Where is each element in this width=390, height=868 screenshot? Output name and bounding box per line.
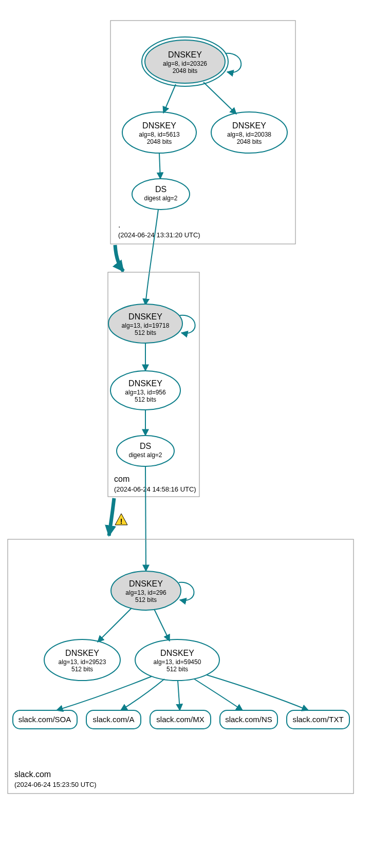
root-ksk-line3: 2048 bits xyxy=(173,67,198,74)
com-ksk-line2: alg=13, id=19718 xyxy=(122,322,170,329)
node-com-ksk: DNSKEY alg=13, id=19718 512 bits xyxy=(108,304,182,343)
svg-text:!: ! xyxy=(120,517,123,525)
edge-deleg-root-com xyxy=(115,245,123,271)
root-ds-title: DS xyxy=(155,185,166,194)
zone-com-name: com xyxy=(114,475,129,483)
zone-com-timestamp: (2024-06-24 14:58:16 UTC) xyxy=(114,485,196,493)
slack-ksk-title: DNSKEY xyxy=(129,579,163,588)
com-ds-title: DS xyxy=(140,442,151,450)
edge-com-ds-slack-ksk xyxy=(145,466,146,571)
svg-point-7 xyxy=(117,436,174,466)
root-extra-line2: alg=8, id=20038 xyxy=(227,131,271,138)
slack-ksk-line2: alg=13, id=296 xyxy=(125,589,166,596)
com-zsk-line3: 512 bits xyxy=(135,396,156,403)
node-rr-ns: slack.com/NS xyxy=(220,710,277,729)
root-extra-line3: 2048 bits xyxy=(237,138,262,145)
zone-root-timestamp: (2024-06-24 13:31:20 UTC) xyxy=(118,231,200,239)
node-slack-zsk: DNSKEY alg=13, id=59450 512 bits xyxy=(135,639,219,681)
edge-zsk-mx xyxy=(178,681,180,710)
svg-point-4 xyxy=(132,179,190,210)
zone-slack-timestamp: (2024-06-24 15:23:50 UTC) xyxy=(14,781,97,788)
node-root-ksk: DNSKEY alg=8, id=20326 2048 bits xyxy=(142,37,228,86)
slack-zsk-line3: 512 bits xyxy=(166,666,188,673)
edge-root-zsk-ds xyxy=(159,153,160,179)
zone-slack-name: slack.com xyxy=(14,770,51,779)
node-slack-extra: DNSKEY alg=13, id=29523 512 bits xyxy=(44,639,120,681)
warning-icon: ! xyxy=(115,514,127,525)
node-root-extra: DNSKEY alg=8, id=20038 2048 bits xyxy=(211,112,287,153)
slack-zsk-line2: alg=13, id=59450 xyxy=(154,658,201,666)
root-zsk-title: DNSKEY xyxy=(142,121,176,130)
node-root-zsk: DNSKEY alg=8, id=5613 2048 bits xyxy=(122,112,196,153)
com-ksk-title: DNSKEY xyxy=(128,312,162,321)
edge-root-ksk-extra xyxy=(203,82,236,114)
root-zsk-line2: alg=8, id=5613 xyxy=(139,131,180,138)
dnssec-diagram: . (2024-06-24 13:31:20 UTC) DNSKEY alg=8… xyxy=(0,0,390,868)
zone-root-name: . xyxy=(118,220,120,229)
root-ksk-title: DNSKEY xyxy=(168,50,202,59)
edge-root-ds-com-ksk xyxy=(145,210,158,305)
root-zsk-line3: 2048 bits xyxy=(147,138,172,145)
com-zsk-title: DNSKEY xyxy=(128,379,162,388)
rr-txt-label: slack.com/TXT xyxy=(292,715,343,724)
root-ds-line2: digest alg=2 xyxy=(144,195,177,202)
rr-a-label: slack.com/A xyxy=(93,715,135,724)
slack-ksk-line3: 512 bits xyxy=(135,596,157,603)
node-com-zsk: DNSKEY alg=13, id=956 512 bits xyxy=(110,371,180,410)
node-root-ds: DS digest alg=2 xyxy=(132,179,190,210)
slack-extra-title: DNSKEY xyxy=(65,649,99,657)
edge-zsk-soa xyxy=(57,676,152,710)
node-rr-mx: slack.com/MX xyxy=(150,710,211,729)
slack-extra-line2: alg=13, id=29523 xyxy=(59,658,106,666)
com-ds-line2: digest alg=2 xyxy=(128,451,162,459)
node-com-ds: DS digest alg=2 xyxy=(117,436,174,466)
rr-mx-label: slack.com/MX xyxy=(156,715,204,724)
edge-root-ksk-zsk xyxy=(163,84,176,113)
edge-deleg-com-slack xyxy=(109,498,114,536)
rr-ns-label: slack.com/NS xyxy=(225,715,272,724)
slack-zsk-title: DNSKEY xyxy=(160,649,194,657)
root-ksk-line2: alg=8, id=20326 xyxy=(163,60,207,67)
com-ksk-line3: 512 bits xyxy=(135,329,156,336)
com-zsk-line2: alg=13, id=956 xyxy=(125,389,166,396)
node-slack-ksk: DNSKEY alg=13, id=296 512 bits xyxy=(111,571,181,610)
edge-slack-ksk-extra xyxy=(98,608,132,642)
edge-zsk-txt xyxy=(207,675,308,710)
edge-zsk-a xyxy=(121,679,164,710)
node-rr-a: slack.com/A xyxy=(86,710,141,729)
node-rr-txt: slack.com/TXT xyxy=(287,710,349,729)
edge-slack-ksk-zsk xyxy=(154,609,170,641)
node-rr-soa: slack.com/SOA xyxy=(13,710,77,729)
slack-extra-line3: 512 bits xyxy=(71,666,93,673)
root-extra-title: DNSKEY xyxy=(232,121,266,130)
rr-soa-label: slack.com/SOA xyxy=(18,715,71,724)
